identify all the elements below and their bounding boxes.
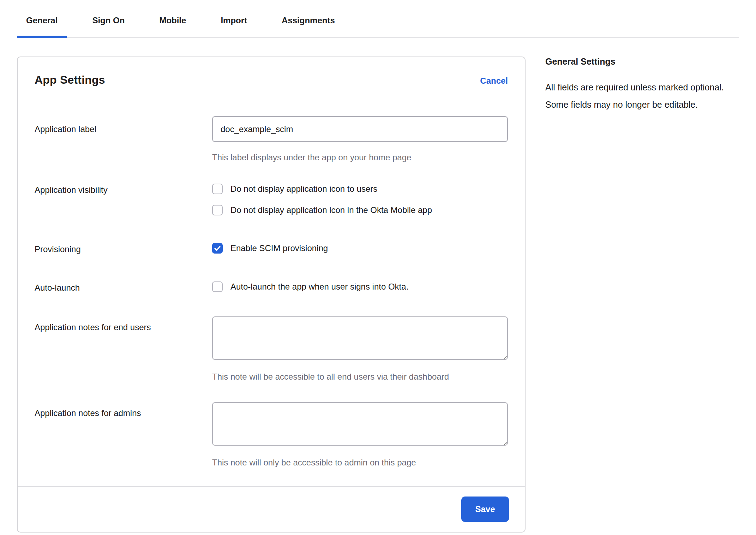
hide-icon-users-checkbox[interactable]: [212, 184, 223, 194]
hide-icon-mobile-checkbox[interactable]: [212, 205, 223, 215]
auto-launch-checkbox[interactable]: [212, 281, 223, 292]
notes-end-users-row: Application notes for end users This not…: [35, 316, 508, 382]
tab-sign-on[interactable]: Sign On: [83, 11, 134, 37]
tab-mobile[interactable]: Mobile: [150, 11, 195, 37]
auto-launch-option: Auto-launch the app when user signs into…: [212, 281, 508, 292]
application-visibility-row: Application visibility Do not display ap…: [35, 184, 508, 215]
hide-icon-users-label[interactable]: Do not display application icon to users: [230, 184, 377, 194]
app-settings-card: App Settings Cancel Application label Th…: [17, 57, 526, 533]
auto-launch-option-label[interactable]: Auto-launch the app when user signs into…: [230, 282, 408, 292]
notes-admins-label: Application notes for admins: [35, 402, 212, 418]
enable-scim-label[interactable]: Enable SCIM provisioning: [230, 243, 328, 253]
cancel-link[interactable]: Cancel: [480, 76, 508, 86]
hide-icon-mobile-label[interactable]: Do not display application icon in the O…: [230, 205, 432, 215]
visibility-option-mobile: Do not display application icon in the O…: [212, 205, 508, 215]
provisioning-option: Enable SCIM provisioning: [212, 243, 508, 254]
notes-admins-helper: This note will only be accessible to adm…: [212, 458, 508, 468]
auto-launch-label: Auto-launch: [35, 281, 212, 293]
application-label-row: Application label This label displays un…: [35, 116, 508, 162]
visibility-option-users: Do not display application icon to users: [212, 184, 508, 194]
tab-import[interactable]: Import: [211, 11, 256, 37]
notes-admins-textarea[interactable]: [212, 402, 508, 446]
card-footer: Save: [18, 486, 525, 532]
help-panel: General Settings All fields are required…: [545, 57, 743, 113]
tab-general[interactable]: General: [17, 11, 67, 37]
app-tabbar: General Sign On Mobile Import Assignment…: [17, 11, 739, 38]
card-title: App Settings: [35, 73, 105, 87]
notes-end-users-textarea[interactable]: [212, 316, 508, 360]
notes-admins-row: Application notes for admins This note w…: [35, 402, 508, 468]
auto-launch-row: Auto-launch Auto-launch the app when use…: [35, 281, 508, 293]
provisioning-label: Provisioning: [35, 243, 212, 255]
save-button[interactable]: Save: [461, 497, 509, 522]
help-panel-body: All fields are required unless marked op…: [545, 79, 743, 113]
help-panel-title: General Settings: [545, 57, 743, 67]
notes-end-users-helper: This note will be accessible to all end …: [212, 372, 508, 382]
checkmark-icon: [214, 245, 221, 252]
application-label-label: Application label: [35, 116, 212, 135]
application-label-input[interactable]: [212, 116, 508, 142]
application-visibility-label: Application visibility: [35, 184, 212, 195]
application-label-helper: This label displays under the app on you…: [212, 153, 508, 162]
notes-end-users-label: Application notes for end users: [35, 316, 212, 333]
tab-assignments[interactable]: Assignments: [272, 11, 344, 37]
enable-scim-checkbox[interactable]: [212, 243, 223, 254]
provisioning-row: Provisioning Enable SCIM provisioning: [35, 243, 508, 255]
